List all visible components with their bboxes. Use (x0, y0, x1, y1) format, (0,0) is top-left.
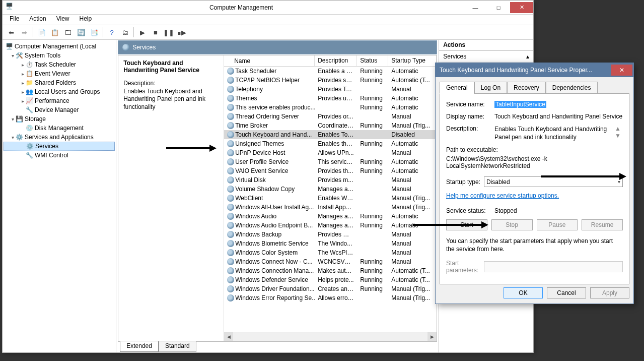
tab-standard[interactable]: Standard (159, 341, 196, 352)
tree-item[interactable]: 💿Disk Management (4, 124, 115, 133)
service-row[interactable]: Windows Error Reporting Se...Allows erro… (224, 293, 437, 303)
actions-services[interactable]: Services▴ (439, 51, 533, 63)
apply-button[interactable]: Apply (590, 287, 629, 298)
show-hide-icon[interactable]: 📋 (49, 27, 60, 38)
toolbar: ⬅ ➡ 📄 📋 🗔 🔄 📑 ? 🗂 ▶ ■ ❚❚ ∎▶ (3, 25, 533, 40)
menu-help[interactable]: Help (76, 15, 96, 25)
service-row[interactable]: WebClientEnables Win...Manual (Trig... (224, 194, 437, 203)
scroll-left-icon[interactable]: ◀ (224, 332, 233, 341)
service-row[interactable]: Volume Shadow CopyManages an...Manual (224, 185, 437, 194)
service-row[interactable]: Windows Driver Foundation...Creates and.… (224, 284, 437, 293)
service-row[interactable]: Windows Audio Endpoint B...Manages au...… (224, 221, 437, 230)
startup-type-combo[interactable]: Disabled (484, 176, 623, 187)
tree-root[interactable]: 🖥️Computer Management (Local (4, 42, 115, 51)
menu-file[interactable]: File (6, 15, 23, 25)
stop-icon[interactable]: ■ (150, 27, 161, 38)
tab-extended[interactable]: Extended (120, 341, 159, 352)
service-row[interactable]: Windows AudioManages au...RunningAutomat… (224, 212, 437, 221)
service-row[interactable]: Task SchedulerEnables a us...RunningAuto… (224, 67, 437, 76)
tree-pane[interactable]: 🖥️Computer Management (Local ▾🛠️System T… (3, 40, 116, 352)
help-link[interactable]: Help me configure service startup option… (446, 192, 559, 199)
stop-button[interactable]: Stop (491, 219, 533, 230)
pause-button[interactable]: Pause (537, 219, 578, 230)
properties-icon[interactable]: 📑 (89, 27, 100, 38)
service-row[interactable]: Windows Biometric ServiceThe Windo...Man… (224, 239, 437, 248)
help-icon[interactable]: ? (106, 27, 117, 38)
list-header[interactable]: Name Description Status Startup Type (224, 55, 437, 67)
tab-dependencies[interactable]: Dependencies (546, 82, 598, 94)
service-row[interactable]: This service enables produc...RunningAut… (224, 103, 437, 112)
col-startup[interactable]: Startup Type (388, 55, 437, 66)
tree-item[interactable]: 🔧Device Manager (4, 105, 115, 114)
service-row[interactable]: Windows All-User Install Ag...Install Ap… (224, 203, 437, 212)
service-row[interactable]: Windows Defender ServiceHelps prote...Ru… (224, 275, 437, 284)
col-name[interactable]: Name (224, 55, 315, 66)
service-row[interactable]: TCP/IP NetBIOS HelperProvides su...Runni… (224, 76, 437, 85)
gear-icon (227, 213, 234, 220)
display-name-value: Touch Keyboard and Handwriting Panel Ser… (494, 113, 623, 120)
cancel-button[interactable]: Cancel (547, 287, 586, 298)
service-properties-dialog[interactable]: Touch Keyboard and Handwriting Panel Ser… (435, 63, 634, 304)
service-row[interactable]: TelephonyProvides Tel...Manual (224, 85, 437, 94)
tab-recovery[interactable]: Recovery (507, 82, 546, 94)
description-value[interactable]: Enables Touch Keyboard and Handwriting P… (494, 125, 613, 141)
maximize-button[interactable]: □ (487, 2, 510, 13)
tree-item[interactable]: ▸📋Event Viewer (4, 69, 115, 78)
play-icon[interactable]: ▶ (137, 27, 148, 38)
forward-button[interactable]: ➡ (19, 27, 30, 38)
dialog-titlebar[interactable]: Touch Keyboard and Handwriting Panel Ser… (436, 63, 633, 77)
minimize-button[interactable]: — (464, 2, 487, 13)
service-row[interactable]: Thread Ordering ServerProvides or...Manu… (224, 112, 437, 121)
service-row[interactable]: Windows Connect Now - C...WCNCSVC ...Run… (224, 257, 437, 266)
tree-item[interactable]: ▸📁Shared Folders (4, 78, 115, 87)
service-name-value[interactable]: TabletInputService (494, 101, 546, 108)
tree-services-apps[interactable]: ▾⚙️Services and Applications (4, 133, 115, 142)
menu-view[interactable]: View (52, 15, 74, 25)
filter-icon[interactable]: 🗂 (119, 27, 130, 38)
col-desc[interactable]: Description (315, 55, 357, 66)
service-row[interactable]: Windows Connection Mana...Makes auto...R… (224, 266, 437, 275)
service-row[interactable]: Virtual DiskProvides m...Manual (224, 175, 437, 185)
back-button[interactable]: ⬅ (6, 27, 17, 38)
scroll-down-icon[interactable]: ▼ (615, 132, 623, 139)
note-text: You can specify the start parameters tha… (446, 237, 623, 253)
horizontal-scrollbar[interactable]: ◀ ▶ (224, 332, 437, 341)
scroll-right-icon[interactable]: ▶ (427, 332, 437, 341)
pause-icon[interactable]: ❚❚ (163, 27, 174, 38)
refresh-icon[interactable]: 🔄 (76, 27, 87, 38)
tab-general[interactable]: General (440, 82, 474, 94)
service-row[interactable]: Windows Color SystemThe WcsPlu...Manual (224, 248, 437, 257)
service-row[interactable]: Touch Keyboard and Hand...Enables Tou...… (224, 130, 437, 139)
up-icon[interactable]: 📄 (36, 27, 47, 38)
service-row[interactable]: Windows BackupProvides Wi...Manual (224, 230, 437, 239)
service-row[interactable]: ThemesProvides us...RunningAutomatic (224, 94, 437, 103)
gear-icon (227, 95, 234, 102)
start-button[interactable]: Start (446, 219, 487, 230)
tree-item[interactable]: ▸👥Local Users and Groups (4, 87, 115, 96)
service-row[interactable]: User Profile ServiceThis service ...Runn… (224, 157, 437, 166)
close-button[interactable]: ✕ (510, 2, 533, 13)
export-icon[interactable]: 🗔 (62, 27, 74, 38)
col-status[interactable]: Status (357, 55, 388, 66)
tree-system-tools[interactable]: ▾🛠️System Tools (4, 51, 115, 60)
tree-services[interactable]: ⚙️Services (4, 142, 115, 151)
titlebar[interactable]: 🖥️ Computer Management — □ ✕ (3, 1, 533, 15)
ok-button[interactable]: OK (504, 287, 543, 298)
tree-item[interactable]: ▸⏱️Task Scheduler (4, 60, 115, 69)
tree-storage[interactable]: ▾💾Storage (4, 114, 115, 124)
service-row[interactable]: UPnP Device HostAllows UPn...Manual (224, 148, 437, 157)
restart-icon[interactable]: ∎▶ (176, 27, 187, 38)
tree-item[interactable]: 🔧WMI Control (4, 151, 115, 160)
tree-item[interactable]: ▸📈Performance (4, 96, 115, 105)
menu-action[interactable]: Action (25, 15, 50, 25)
tab-logon[interactable]: Log On (474, 82, 507, 94)
services-list[interactable]: Name Description Status Startup Type Tas… (224, 55, 437, 341)
resume-button[interactable]: Resume (582, 219, 623, 230)
gear-icon (227, 222, 234, 229)
scroll-up-icon[interactable]: ▲ (615, 125, 623, 132)
service-row[interactable]: Time BrokerCoordinates...RunningManual (… (224, 121, 437, 130)
service-row[interactable]: Unsigned ThemesEnables the ...RunningAut… (224, 139, 437, 148)
expand-icon[interactable]: ▴ (526, 53, 529, 60)
service-row[interactable]: VAIO Event ServiceProvides th...RunningA… (224, 166, 437, 175)
dialog-close-button[interactable]: ✕ (611, 65, 632, 76)
